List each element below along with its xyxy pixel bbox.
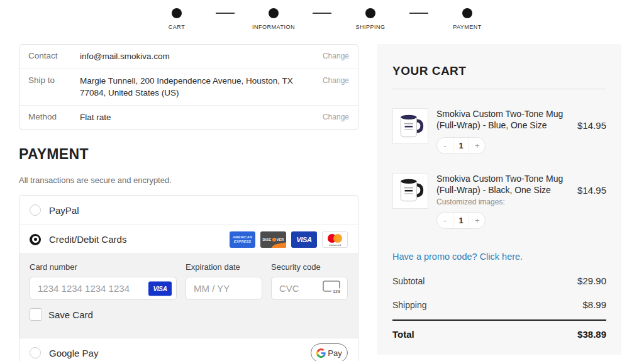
gpay-button-text: Pay — [328, 348, 341, 358]
discover-orange-dot — [272, 238, 276, 242]
google-pay-button[interactable]: Pay — [311, 343, 348, 361]
change-contact-link[interactable]: Change — [323, 50, 349, 60]
mastercard-card-icon: mastercard — [322, 231, 348, 248]
total-label: Total — [392, 329, 414, 340]
contact-email: info@mail.smokiva.com — [80, 50, 323, 63]
cart-item: Smokiva Custom Two-Tone Mug (Full-Wrap) … — [392, 173, 606, 229]
visa-badge-icon: VISA — [148, 281, 172, 296]
google-pay-label: Google Pay — [49, 348, 98, 358]
summary-row-contact: Contact info@mail.smokiva.com Change — [19, 45, 358, 69]
step-dot — [462, 8, 472, 18]
quantity-value: 1 — [453, 213, 470, 228]
subtotal-label: Subtotal — [392, 276, 425, 286]
step-dot — [365, 8, 375, 18]
step-label: SHIPPING — [355, 24, 385, 30]
quantity-decrease-button[interactable]: - — [437, 213, 453, 228]
step-dot — [172, 8, 182, 18]
item-title: Smokiva Custom Two-Tone Mug (Full-Wrap) … — [436, 108, 572, 131]
payment-option-google-pay[interactable]: Google Pay Pay — [19, 338, 358, 361]
expiration-field-group: Expiration date — [186, 262, 262, 300]
google-g-icon — [316, 348, 326, 358]
expiration-label: Expiration date — [186, 262, 262, 272]
step-dot — [269, 8, 279, 18]
step-label: INFORMATION — [252, 24, 295, 30]
page-title: PAYMENT — [19, 146, 358, 163]
total-row: Total $38.89 — [392, 329, 606, 340]
checkout-column: Contact info@mail.smokiva.com Change Shi… — [19, 44, 358, 361]
summary-label: Method — [28, 111, 80, 121]
card-radio-selected[interactable] — [30, 234, 41, 245]
google-pay-radio[interactable] — [30, 347, 41, 358]
stepper-connector — [216, 13, 235, 14]
product-thumbnail-mug-black — [392, 173, 428, 209]
quantity-increase-button[interactable]: + — [469, 138, 485, 153]
divider — [392, 89, 606, 89]
cart-item: Smokiva Custom Two-Tone Mug (Full-Wrap) … — [392, 108, 606, 154]
card-number-label: Card number — [30, 262, 177, 272]
stepper-step-information[interactable]: INFORMATION — [243, 8, 304, 30]
save-card-checkbox[interactable] — [30, 308, 42, 321]
cart-title: YOUR CART — [392, 64, 606, 78]
subtotal-row: Subtotal $29.90 — [392, 275, 606, 286]
subtotal-value: $29.90 — [577, 275, 606, 286]
quantity-decrease-button[interactable]: - — [437, 138, 453, 153]
step-label: PAYMENT — [453, 24, 482, 30]
product-thumbnail-mug-blue — [392, 108, 428, 144]
quantity-increase-button[interactable]: + — [469, 213, 485, 228]
payment-option-card[interactable]: Credit/Debit Cards AMERICAN EXPRESS DISC… — [19, 225, 358, 253]
summary-row-ship-to: Ship to Margie Tunnell, 200 Independence… — [19, 69, 358, 105]
payment-methods-box: PayPal Credit/Debit Cards AMERICAN EXPRE… — [19, 195, 358, 361]
security-code-label: Security code — [271, 262, 348, 272]
item-details: Smokiva Custom Two-Tone Mug (Full-Wrap) … — [428, 173, 577, 229]
secure-note: All transactions are secure and encrypte… — [19, 175, 358, 185]
shipping-value: $8.99 — [582, 299, 606, 310]
order-summary-box: Contact info@mail.smokiva.com Change Shi… — [19, 44, 358, 130]
total-value: $38.89 — [577, 329, 606, 340]
summary-row-method: Method Flat rate Change — [19, 105, 358, 130]
stepper-step-payment[interactable]: PAYMENT — [437, 8, 497, 30]
american-express-card-icon: AMERICAN EXPRESS — [230, 231, 255, 248]
mastercard-wordmark: mastercard — [329, 244, 341, 247]
stepper-step-cart[interactable]: CART — [147, 8, 207, 30]
expiration-input[interactable] — [186, 277, 262, 300]
checkout-stepper: CART INFORMATION SHIPPING PAYMENT — [0, 0, 644, 30]
item-price: $14.95 — [577, 185, 606, 196]
payment-option-paypal[interactable]: PayPal — [19, 196, 358, 225]
cart-summary-panel: YOUR CART Smokiva Custom Two-Tone Mug (F… — [377, 44, 621, 355]
item-price: $14.95 — [577, 120, 606, 131]
quantity-stepper: - 1 + — [436, 212, 486, 229]
quantity-stepper: - 1 + — [436, 137, 486, 154]
stepper-connector — [313, 13, 331, 14]
shipping-address: Margie Tunnell, 200 Independence Avenue,… — [80, 75, 323, 99]
card-label: Credit/Debit Cards — [49, 234, 126, 245]
promo-code-link[interactable]: Have a promo code? Click here. — [392, 252, 523, 262]
visa-card-icon: VISA — [291, 231, 317, 248]
security-code-field-group: Security code 123 — [271, 262, 348, 300]
save-card-row[interactable]: Save Card — [30, 308, 348, 321]
card-brand-icons: AMERICAN EXPRESS DISC VER VISA — [230, 231, 348, 248]
item-details: Smokiva Custom Two-Tone Mug (Full-Wrap) … — [428, 108, 577, 154]
cvc-digits: 123 — [333, 289, 340, 294]
cvc-card-icon: 123 — [323, 280, 342, 297]
change-method-link[interactable]: Change — [323, 111, 349, 121]
stepper-step-shipping[interactable]: SHIPPING — [340, 8, 401, 30]
card-number-field-group: Card number VISA — [30, 262, 177, 300]
paypal-radio[interactable] — [30, 204, 41, 216]
item-title: Smokiva Custom Two-Tone Mug (Full-Wrap) … — [436, 173, 572, 196]
item-customized-note: Customized images: — [436, 197, 572, 206]
change-address-link[interactable]: Change — [323, 75, 349, 85]
quantity-value: 1 — [453, 138, 470, 153]
shipping-label: Shipping — [392, 300, 427, 310]
paypal-label: PayPal — [49, 205, 79, 216]
stepper-connector — [409, 13, 428, 14]
summary-label: Contact — [28, 50, 80, 60]
discover-card-icon: DISC VER — [260, 231, 286, 248]
save-card-label: Save Card — [48, 309, 93, 320]
shipping-method: Flat rate — [80, 111, 323, 124]
step-label: CART — [169, 24, 185, 30]
shipping-row: Shipping $8.99 — [392, 299, 606, 310]
summary-label: Ship to — [28, 75, 80, 85]
card-form-section: Card number VISA Expiration date Sec — [19, 253, 358, 338]
total-divider — [392, 319, 606, 321]
